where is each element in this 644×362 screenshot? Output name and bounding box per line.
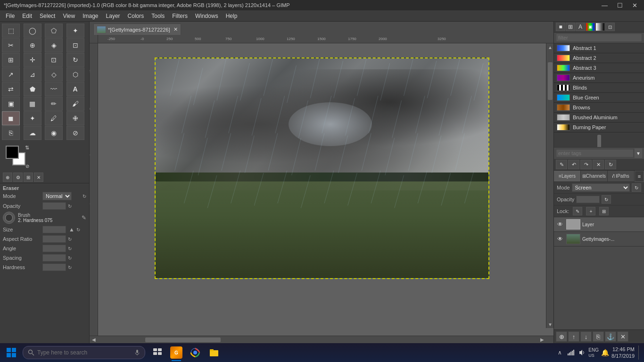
- spacing-input[interactable]: 10.0: [42, 254, 66, 262]
- menu-select[interactable]: Select: [36, 12, 59, 20]
- menu-view[interactable]: View: [59, 12, 79, 20]
- size-up-icon[interactable]: ▲: [69, 226, 74, 233]
- foreground-select-tool[interactable]: ⊕: [24, 38, 41, 52]
- gradient-item-abstract3[interactable]: Abstract 3: [554, 63, 644, 73]
- rp-text-icon[interactable]: A: [576, 23, 585, 31]
- vscroll-thumb[interactable]: [548, 62, 553, 100]
- blend-tool[interactable]: ▦: [24, 97, 41, 111]
- channels-tab[interactable]: ⊞ Channels: [581, 171, 608, 181]
- ink-tool[interactable]: 🖊: [45, 111, 63, 125]
- ellipse-select-tool[interactable]: ◯: [24, 24, 41, 38]
- color-by-tool[interactable]: ◈: [45, 38, 63, 52]
- maximize-button[interactable]: ☐: [614, 2, 626, 9]
- delete-layer-button[interactable]: ✕: [617, 331, 628, 342]
- brush-edit-icon[interactable]: ✎: [82, 214, 86, 221]
- size-input[interactable]: 51.00: [42, 226, 66, 233]
- opacity-reset-icon[interactable]: ↻: [68, 204, 72, 209]
- shear-tool[interactable]: ⊿: [24, 67, 41, 82]
- opacity-input[interactable]: 40.0: [42, 202, 66, 210]
- hscroll-right-arrow[interactable]: ▶: [538, 336, 546, 344]
- scissors-select-tool[interactable]: ✂: [2, 38, 20, 52]
- smudge-tool[interactable]: ☁: [24, 126, 41, 140]
- menu-colors[interactable]: Colors: [124, 12, 148, 20]
- tray-network-icon[interactable]: [566, 348, 576, 357]
- minimize-button[interactable]: —: [599, 2, 611, 9]
- panel-menu-icon[interactable]: ≡: [635, 171, 644, 182]
- move-tool[interactable]: ✛: [24, 53, 41, 67]
- gradient-delete-icon[interactable]: ✕: [593, 160, 604, 169]
- hscroll-left-arrow[interactable]: ◀: [90, 336, 98, 344]
- gradient-edit-icon[interactable]: ✎: [556, 160, 567, 169]
- gradient-duplicate-icon[interactable]: ↶: [568, 160, 579, 169]
- hardness-input[interactable]: 75.0: [42, 263, 66, 271]
- canvas-scroll-area[interactable]: ▼ ▲: [98, 43, 553, 336]
- menu-filters[interactable]: Filters: [168, 12, 191, 20]
- transform-tool[interactable]: ⬡: [66, 67, 84, 82]
- layer-mode-reset-icon[interactable]: ↻: [632, 183, 641, 192]
- aspect-ratio-input[interactable]: 0.00: [42, 235, 66, 243]
- layer-opacity-reset-icon[interactable]: ↻: [602, 195, 611, 204]
- gradient-refresh-icon[interactable]: ↻: [605, 160, 616, 169]
- reset-colors-icon[interactable]: ⊘: [25, 164, 29, 169]
- system-clock[interactable]: 12:46 PM 8/17/2019: [611, 346, 635, 360]
- menu-image[interactable]: Image: [79, 12, 102, 20]
- hardness-reset-icon[interactable]: ↻: [68, 265, 72, 270]
- new-layer-button[interactable]: ⊕: [556, 331, 567, 342]
- swap-colors-icon[interactable]: ⇅: [25, 145, 29, 151]
- rp-open-icon[interactable]: ⊞: [566, 23, 575, 31]
- show-desktop-icon[interactable]: [638, 346, 640, 360]
- lock-all-icon[interactable]: ⊞: [599, 207, 609, 215]
- smart-scissors-tool[interactable]: ⊡: [66, 38, 84, 52]
- mode-reset-icon[interactable]: ↻: [83, 194, 86, 199]
- search-input[interactable]: [37, 349, 132, 356]
- warp-tool[interactable]: 〰: [45, 82, 63, 96]
- vscroll-up-arrow[interactable]: ▲: [546, 43, 553, 51]
- flip-tool[interactable]: ⇄: [2, 82, 20, 96]
- gradient-item-burning-paper[interactable]: Burning Paper: [554, 123, 644, 132]
- align-tool[interactable]: ⊞: [2, 53, 20, 67]
- rp-pattern-icon[interactable]: ⊡: [605, 23, 615, 31]
- lock-pixels-icon[interactable]: ✎: [573, 207, 582, 215]
- hscroll-thumb[interactable]: [145, 337, 221, 342]
- layer-row-gettyimages[interactable]: 👁 GettyImages-...: [554, 232, 644, 247]
- rotate-tool[interactable]: ↻: [66, 53, 84, 67]
- gradient-item-blue-green[interactable]: Blue Green: [554, 93, 644, 103]
- size-reset-icon[interactable]: ↻: [76, 227, 80, 232]
- pencil-tool[interactable]: ✏: [45, 97, 63, 111]
- layers-tab[interactable]: ≡ Layers: [554, 171, 581, 181]
- gradient-item-abstract1[interactable]: Abstract 1: [554, 43, 644, 53]
- aspect-reset-icon[interactable]: ↻: [68, 237, 72, 242]
- microphone-icon[interactable]: [134, 350, 140, 355]
- tray-notification-icon[interactable]: 🔔: [600, 348, 610, 357]
- layer-mode-select[interactable]: Screen Normal Multiply Overlay: [572, 183, 630, 192]
- menu-edit[interactable]: Edit: [18, 12, 36, 20]
- layer-visibility-icon-gettyimages[interactable]: 👁: [556, 235, 564, 243]
- tray-volume-icon[interactable]: [578, 348, 587, 357]
- paths-tab[interactable]: ⛙ Paths: [608, 171, 635, 181]
- gradient-item-brushed-aluminium[interactable]: Brushed Aluminium: [554, 113, 644, 123]
- tray-up-arrow-icon[interactable]: ∧: [555, 348, 564, 357]
- raise-layer-button[interactable]: ↑: [568, 331, 579, 342]
- start-button[interactable]: [0, 343, 23, 362]
- gradient-reverse-icon[interactable]: ↷: [580, 160, 592, 169]
- desaturate-tool[interactable]: ⊘: [66, 126, 84, 140]
- grid-icon[interactable]: ⊞: [24, 173, 33, 182]
- tags-dropdown-icon[interactable]: ▼: [635, 148, 642, 158]
- anchor-layer-button[interactable]: ⚓: [605, 331, 616, 342]
- crop-tool[interactable]: ⊡: [45, 53, 63, 67]
- rp-colormap-icon[interactable]: ▣: [586, 23, 595, 31]
- gradient-item-blinds[interactable]: Blinds: [554, 83, 644, 93]
- airbrush-tool[interactable]: ✦: [24, 111, 41, 125]
- angle-input[interactable]: 0.00: [42, 245, 66, 252]
- menu-tools[interactable]: Tools: [148, 12, 168, 20]
- gradient-item-abstract2[interactable]: Abstract 2: [554, 53, 644, 63]
- lock-position-icon[interactable]: +: [586, 207, 595, 215]
- image-tab[interactable]: *[GettyImages-871272226] ✕: [93, 24, 181, 35]
- free-select-tool[interactable]: ⬠: [45, 24, 63, 38]
- rp-new-icon[interactable]: ■: [556, 23, 565, 31]
- scale-tool[interactable]: ↗: [2, 67, 20, 82]
- tags-input[interactable]: [556, 149, 634, 157]
- taskbar-task-view[interactable]: [149, 344, 166, 361]
- clone-tool[interactable]: ⎘: [2, 126, 20, 140]
- menu-help[interactable]: Help: [222, 12, 241, 20]
